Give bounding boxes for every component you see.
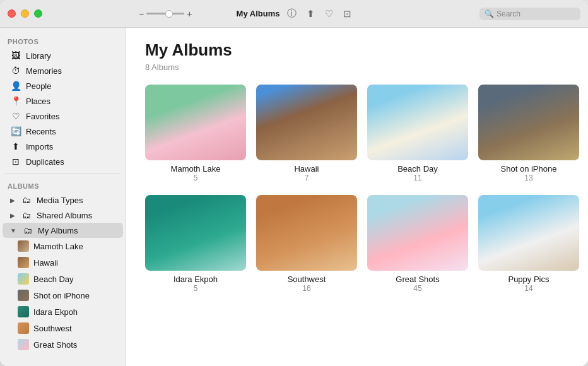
sidebar-item-label: Shot on iPhone <box>33 291 90 300</box>
zoom-thumb <box>165 10 173 18</box>
thumbnail-image <box>478 85 579 160</box>
sidebar-item-memories[interactable]: ⏱ Memories <box>3 63 123 78</box>
places-icon: 📍 <box>10 96 21 106</box>
album-name: Puppy Pics <box>508 274 549 284</box>
album-card-iphone[interactable]: Shot on iPhone 13 <box>478 85 579 182</box>
sidebar-item-label: Media Types <box>37 196 83 205</box>
sidebar-item-recents[interactable]: 🔄 Recents <box>3 124 123 139</box>
main-content: My Albums 8 Albums Mamoth Lake 5 Hawaii <box>126 28 588 366</box>
thumbnail-image <box>478 195 579 271</box>
sidebar-item-label: Duplicates <box>26 157 64 167</box>
album-card-beach[interactable]: Beach Day 11 <box>367 85 468 182</box>
sidebar-item-mamoth-lake[interactable]: Mamoth Lake <box>3 238 123 254</box>
sidebar-item-beach-day[interactable]: Beach Day <box>3 271 123 287</box>
sidebar-item-southwest[interactable]: Southwest <box>3 320 123 336</box>
albums-section-label: Albums <box>0 177 126 192</box>
sidebar-item-label: Mamoth Lake <box>33 242 83 251</box>
album-thumbnail <box>478 85 579 160</box>
sidebar-item-places[interactable]: 📍 Places <box>3 93 123 109</box>
search-box[interactable]: 🔍 Search <box>479 8 580 20</box>
expander-icon: ▼ <box>10 227 16 234</box>
sidebar-item-duplicates[interactable]: ⊡ Duplicates <box>3 154 123 169</box>
album-card-idara[interactable]: Idara Ekpoh 5 <box>145 195 246 293</box>
album-card-great[interactable]: Great Shots 45 <box>367 195 468 293</box>
zoom-slider[interactable] <box>146 13 184 15</box>
heart-icon[interactable]: ♡ <box>325 8 333 20</box>
zoom-plus-button[interactable]: + <box>187 9 192 19</box>
sidebar-item-label: Favorites <box>26 112 59 121</box>
album-thumbnail-great <box>18 339 29 350</box>
sidebar-item-label: Recents <box>26 127 56 136</box>
album-thumbnail <box>367 85 468 160</box>
album-thumbnail <box>367 195 468 271</box>
app-window: − + My Albums ⓘ ⬆ ♡ ⊡ 🔍 Search Photos <box>0 0 588 366</box>
maximize-button[interactable] <box>34 9 42 18</box>
sidebar-item-label: Shared Albums <box>37 211 92 220</box>
sidebar: Photos 🖼 Library ⏱ Memories 👤 People 📍 P… <box>0 28 126 366</box>
frame-icon[interactable]: ⊡ <box>343 8 351 20</box>
zoom-minus-button[interactable]: − <box>139 9 144 19</box>
zoom-controls: − + <box>139 9 192 19</box>
album-count-badge: 5 <box>194 174 198 182</box>
library-icon: 🖼 <box>10 50 21 61</box>
album-count-badge: 7 <box>305 174 309 182</box>
album-card-hawaii[interactable]: Hawaii 7 <box>256 85 357 182</box>
album-card-southwest[interactable]: Southwest 16 <box>256 195 357 293</box>
expander-icon: ▶ <box>10 212 15 219</box>
sidebar-item-label: Beach Day <box>33 274 74 284</box>
album-count-badge: 13 <box>524 174 532 182</box>
minimize-button[interactable] <box>21 9 29 18</box>
album-thumbnail-idara <box>18 306 29 317</box>
sidebar-item-label: My Albums <box>38 226 78 235</box>
titlebar-icons: ⓘ ⬆ ♡ ⊡ <box>287 8 351 20</box>
album-thumbnail <box>145 195 246 271</box>
sidebar-item-label: Memories <box>26 66 62 76</box>
info-icon[interactable]: ⓘ <box>287 8 297 20</box>
main-layout: Photos 🖼 Library ⏱ Memories 👤 People 📍 P… <box>0 28 588 366</box>
sidebar-item-imports[interactable]: ⬆ Imports <box>3 139 123 154</box>
sidebar-item-people[interactable]: 👤 People <box>3 78 123 93</box>
my-albums-icon: 🗂 <box>22 225 33 235</box>
expander-icon: ▶ <box>10 197 15 204</box>
shared-albums-icon: 🗂 <box>21 210 32 220</box>
sidebar-item-library[interactable]: 🖼 Library <box>3 48 123 63</box>
traffic-lights <box>8 9 42 18</box>
album-thumbnail-hawaii <box>18 257 29 268</box>
sidebar-item-label: Great Shots <box>33 340 77 350</box>
sidebar-item-great-shots[interactable]: Great Shots <box>3 336 123 353</box>
album-thumbnail-iphone <box>18 290 29 301</box>
album-count-badge: 16 <box>302 284 310 293</box>
thumbnail-image <box>145 195 246 271</box>
sidebar-item-favorites[interactable]: ♡ Favorites <box>3 109 123 124</box>
album-name: Southwest <box>288 274 326 284</box>
sidebar-item-label: Imports <box>26 142 53 151</box>
album-card-puppy[interactable]: Puppy Pics 14 <box>478 195 579 293</box>
album-thumbnail-southwest <box>18 322 29 334</box>
page-title: My Albums <box>145 40 569 60</box>
sidebar-item-label: Places <box>26 97 50 106</box>
album-name: Great Shots <box>396 274 439 284</box>
sidebar-item-hawaii[interactable]: Hawaii <box>3 254 123 271</box>
memories-icon: ⏱ <box>10 66 21 76</box>
people-icon: 👤 <box>10 81 21 91</box>
close-button[interactable] <box>8 9 16 18</box>
album-card-mamoth[interactable]: Mamoth Lake 5 <box>145 85 246 182</box>
share-icon[interactable]: ⬆ <box>307 8 315 20</box>
album-thumbnail <box>145 85 246 160</box>
sidebar-item-shot-on-iphone[interactable]: Shot on iPhone <box>3 287 123 304</box>
thumbnail-image <box>367 195 468 271</box>
sidebar-item-media-types[interactable]: ▶ 🗂 Media Types <box>3 192 123 208</box>
album-count-badge: 5 <box>194 284 198 293</box>
album-thumbnail <box>478 195 579 271</box>
window-title: My Albums <box>237 9 280 18</box>
sidebar-item-my-albums[interactable]: ▼ 🗂 My Albums <box>3 223 123 238</box>
sidebar-item-label: Southwest <box>33 324 72 333</box>
media-types-icon: 🗂 <box>21 195 32 205</box>
album-count-badge: 11 <box>413 174 421 182</box>
album-count-badge: 14 <box>524 284 532 293</box>
album-count: 8 Albums <box>145 62 569 72</box>
sidebar-item-idara[interactable]: Idara Ekpoh <box>3 304 123 320</box>
thumbnail-image <box>145 85 246 160</box>
albums-grid: Mamoth Lake 5 Hawaii 7 Beach Day 11 <box>145 85 569 293</box>
sidebar-item-shared-albums[interactable]: ▶ 🗂 Shared Albums <box>3 208 123 223</box>
